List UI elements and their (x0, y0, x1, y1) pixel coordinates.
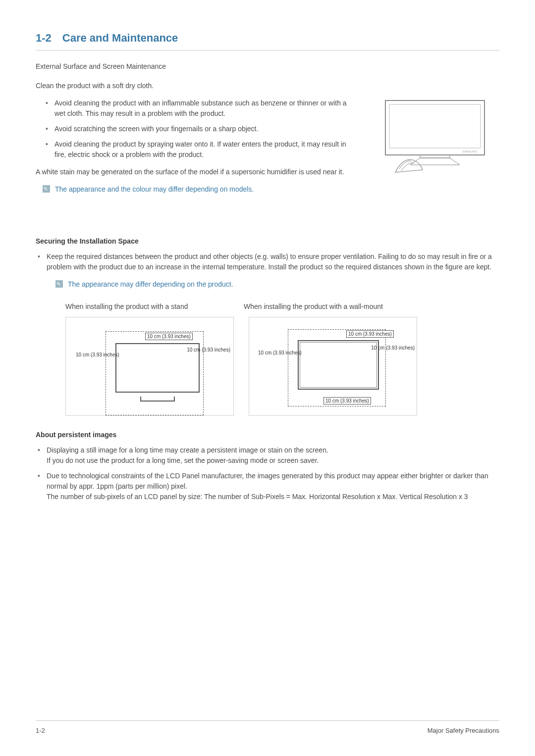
list-item: Avoid cleaning the product by spraying w… (46, 139, 356, 160)
section-title: Care and Maintenance (62, 32, 178, 44)
note-icon (55, 280, 63, 288)
persistent-bullets: Displaying a still image for a long time… (36, 445, 499, 502)
external-left: Clean the product with a soft dry cloth.… (36, 81, 356, 202)
note-icon (43, 185, 50, 193)
list-item: Due to technological constraints of the … (38, 471, 499, 502)
external-heading: External Surface and Screen Maintenance (36, 61, 499, 72)
diagram-captions: When installing the product with a stand… (36, 302, 499, 312)
list-item: Avoid cleaning the product with an infla… (46, 98, 356, 119)
dim-right-label: 10 cm (3.93 inches) (187, 347, 230, 353)
securing-heading: Securing the Installation Space (36, 236, 499, 247)
persistent-heading: About persistent images (36, 430, 499, 440)
dim-bottom-label: 10 cm (3.93 inches) (323, 397, 371, 404)
monitor-cleaning-illustration: SAMSUNG (375, 96, 494, 175)
dim-left-label-wall: 10 cm (3.93 inches) (258, 350, 285, 355)
dim-top-label: 10 cm (3.93 inches) (145, 333, 193, 340)
diagrams-row: 10 cm (3.93 inches) 10 cm (3.93 inches) … (36, 317, 499, 416)
section-heading: 1-2Care and Maintenance (36, 30, 499, 50)
securing-note: The appearance may differ depending on t… (68, 279, 233, 290)
svg-rect-0 (385, 101, 484, 155)
external-illustration: SAMSUNG (371, 81, 499, 202)
external-content: Clean the product with a soft dry cloth.… (36, 81, 499, 202)
svg-rect-1 (389, 104, 481, 148)
section-number: 1-2 (36, 32, 52, 44)
svg-marker-4 (410, 158, 460, 165)
caption-wall: When installing the product with a wall-… (244, 302, 383, 312)
footer-chapter-title: Major Safety Precautions (428, 726, 499, 736)
list-item: Avoid scratching the screen with your fi… (46, 124, 356, 134)
stand-diagram: 10 cm (3.93 inches) 10 cm (3.93 inches) … (65, 317, 234, 416)
dim-left-label: 10 cm (3.93 inches) (76, 352, 103, 357)
svg-text:SAMSUNG: SAMSUNG (462, 150, 478, 153)
footer-page-number: 1-2 (36, 726, 45, 736)
wall-diagram: 10 cm (3.93 inches) 10 cm (3.93 inches) … (249, 317, 417, 416)
securing-bullets: Keep the required distances between the … (36, 252, 499, 272)
dim-right-label-wall: 10 cm (3.93 inches) (371, 345, 415, 351)
list-item: Displaying a still image for a long time… (38, 445, 499, 466)
external-intro: Clean the product with a soft dry cloth. (36, 81, 356, 91)
appearance-note-box: The appearance and the colour may differ… (36, 184, 356, 195)
external-bullets: Avoid cleaning the product with an infla… (36, 98, 356, 160)
appearance-note: The appearance and the colour may differ… (55, 184, 254, 195)
list-item: Keep the required distances between the … (38, 252, 499, 272)
page-footer: 1-2 Major Safety Precautions (36, 720, 499, 736)
caption-stand: When installing the product with a stand (65, 302, 224, 312)
securing-note-box: The appearance may differ depending on t… (36, 279, 499, 290)
dim-top-label-wall: 10 cm (3.93 inches) (346, 330, 394, 338)
stain-note: A white stain may be generated on the su… (36, 167, 356, 177)
